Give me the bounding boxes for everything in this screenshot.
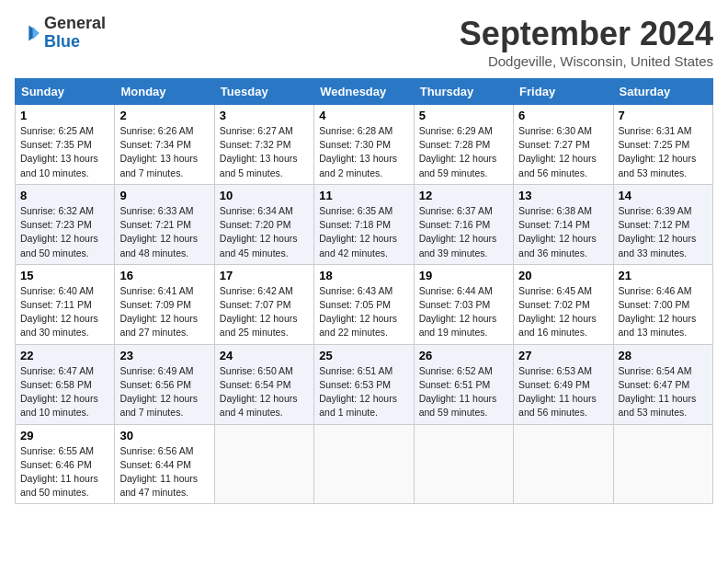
- calendar-header-row: Sunday Monday Tuesday Wednesday Thursday…: [16, 79, 713, 105]
- header-wednesday: Wednesday: [314, 79, 414, 105]
- day-cell-6: 6 Sunrise: 6:30 AMSunset: 7:27 PMDayligh…: [514, 105, 613, 185]
- day-cell-11: 11 Sunrise: 6:35 AMSunset: 7:18 PMDaylig…: [314, 184, 414, 264]
- day-cell-19: 19 Sunrise: 6:44 AMSunset: 7:03 PMDaylig…: [414, 264, 513, 344]
- day-cell-5: 5 Sunrise: 6:29 AMSunset: 7:28 PMDayligh…: [414, 105, 513, 185]
- week-row-1: 1 Sunrise: 6:25 AMSunset: 7:35 PMDayligh…: [16, 105, 713, 185]
- day-cell-17: 17 Sunrise: 6:42 AMSunset: 7:07 PMDaylig…: [214, 264, 313, 344]
- day-cell-24: 24 Sunrise: 6:50 AMSunset: 6:54 PMDaylig…: [214, 344, 313, 424]
- day-cell-10: 10 Sunrise: 6:34 AMSunset: 7:20 PMDaylig…: [214, 184, 313, 264]
- week-row-2: 8 Sunrise: 6:32 AMSunset: 7:23 PMDayligh…: [16, 184, 713, 264]
- day-cell-28: 28 Sunrise: 6:54 AMSunset: 6:47 PMDaylig…: [613, 344, 712, 424]
- logo-blue-text: Blue: [44, 33, 106, 52]
- day-cell-13: 13 Sunrise: 6:38 AMSunset: 7:14 PMDaylig…: [514, 184, 613, 264]
- empty-cell-2: [314, 424, 414, 504]
- location-subtitle: Dodgeville, Wisconsin, United States: [460, 53, 713, 69]
- logo-general-text: General: [44, 15, 106, 33]
- day-cell-14: 14 Sunrise: 6:39 AMSunset: 7:12 PMDaylig…: [613, 184, 712, 264]
- day-cell-23: 23 Sunrise: 6:49 AMSunset: 6:56 PMDaylig…: [115, 344, 214, 424]
- day-cell-8: 8 Sunrise: 6:32 AMSunset: 7:23 PMDayligh…: [16, 184, 115, 264]
- empty-cell-4: [514, 424, 613, 504]
- logo-icon: [15, 20, 40, 46]
- day-cell-25: 25 Sunrise: 6:51 AMSunset: 6:53 PMDaylig…: [314, 344, 414, 424]
- page-header: General Blue September 2024 Dodgeville, …: [15, 15, 713, 69]
- day-cell-29: 29 Sunrise: 6:55 AMSunset: 6:46 PMDaylig…: [16, 424, 115, 504]
- calendar-table: Sunday Monday Tuesday Wednesday Thursday…: [15, 78, 713, 504]
- day-cell-20: 20 Sunrise: 6:45 AMSunset: 7:02 PMDaylig…: [514, 264, 613, 344]
- week-row-5: 29 Sunrise: 6:55 AMSunset: 6:46 PMDaylig…: [16, 424, 713, 504]
- title-area: September 2024 Dodgeville, Wisconsin, Un…: [460, 15, 713, 69]
- logo: General Blue: [15, 15, 106, 52]
- header-saturday: Saturday: [613, 79, 712, 105]
- day-cell-18: 18 Sunrise: 6:43 AMSunset: 7:05 PMDaylig…: [314, 264, 414, 344]
- day-cell-2: 2 Sunrise: 6:26 AMSunset: 7:34 PMDayligh…: [115, 105, 214, 185]
- day-cell-15: 15 Sunrise: 6:40 AMSunset: 7:11 PMDaylig…: [16, 264, 115, 344]
- week-row-4: 22 Sunrise: 6:47 AMSunset: 6:58 PMDaylig…: [16, 344, 713, 424]
- empty-cell-3: [414, 424, 513, 504]
- day-cell-16: 16 Sunrise: 6:41 AMSunset: 7:09 PMDaylig…: [115, 264, 214, 344]
- day-cell-30: 30 Sunrise: 6:56 AMSunset: 6:44 PMDaylig…: [115, 424, 214, 504]
- empty-cell-5: [613, 424, 712, 504]
- day-cell-9: 9 Sunrise: 6:33 AMSunset: 7:21 PMDayligh…: [115, 184, 214, 264]
- empty-cell-1: [214, 424, 313, 504]
- week-row-3: 15 Sunrise: 6:40 AMSunset: 7:11 PMDaylig…: [16, 264, 713, 344]
- header-sunday: Sunday: [16, 79, 115, 105]
- header-thursday: Thursday: [414, 79, 513, 105]
- day-cell-21: 21 Sunrise: 6:46 AMSunset: 7:00 PMDaylig…: [613, 264, 712, 344]
- day-cell-4: 4 Sunrise: 6:28 AMSunset: 7:30 PMDayligh…: [314, 105, 414, 185]
- header-friday: Friday: [514, 79, 613, 105]
- day-cell-3: 3 Sunrise: 6:27 AMSunset: 7:32 PMDayligh…: [214, 105, 313, 185]
- day-cell-26: 26 Sunrise: 6:52 AMSunset: 6:51 PMDaylig…: [414, 344, 513, 424]
- day-cell-1: 1 Sunrise: 6:25 AMSunset: 7:35 PMDayligh…: [16, 105, 115, 185]
- header-monday: Monday: [115, 79, 214, 105]
- day-cell-22: 22 Sunrise: 6:47 AMSunset: 6:58 PMDaylig…: [16, 344, 115, 424]
- header-tuesday: Tuesday: [214, 79, 313, 105]
- day-cell-7: 7 Sunrise: 6:31 AMSunset: 7:25 PMDayligh…: [613, 105, 712, 185]
- day-cell-27: 27 Sunrise: 6:53 AMSunset: 6:49 PMDaylig…: [514, 344, 613, 424]
- day-cell-12: 12 Sunrise: 6:37 AMSunset: 7:16 PMDaylig…: [414, 184, 513, 264]
- month-title: September 2024: [460, 15, 713, 53]
